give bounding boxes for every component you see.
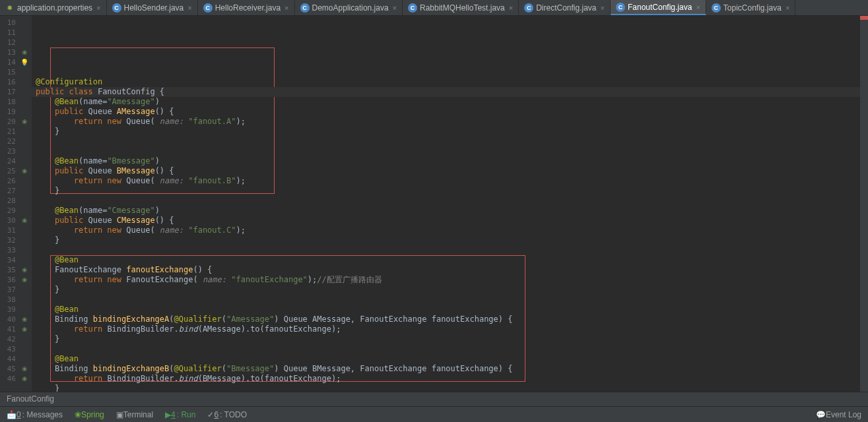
code-line[interactable]: return BindingBuilder.bind(BMessage).to(… xyxy=(32,374,868,384)
code-line[interactable] xyxy=(32,57,868,67)
close-icon[interactable]: × xyxy=(393,4,397,12)
code-line[interactable]: @Configuration xyxy=(32,77,868,87)
spring-bean-icon[interactable]: ❀ xyxy=(20,47,29,57)
code-line[interactable]: } xyxy=(32,285,868,295)
tab-DemoApplication-java[interactable]: CDemoApplication.java× xyxy=(295,0,403,15)
spring-button[interactable]: ❀ Spring xyxy=(75,410,104,419)
code-line[interactable] xyxy=(32,245,868,255)
code-line[interactable]: Binding bindingExchangeA(@Qualifier("Ame… xyxy=(32,315,868,324)
spring-bean-icon[interactable]: ❀ xyxy=(20,324,29,334)
code-line[interactable]: @Bean(name="Amessage") xyxy=(32,97,868,107)
editor-tabs: ❃application.properties×CHelloSender.jav… xyxy=(0,0,868,16)
code-line[interactable]: public Queue AMessage() { xyxy=(32,107,868,117)
editor-area: 1011121314151617181920212223242526272829… xyxy=(0,16,868,392)
tab-RabbitMQHelloTest-java[interactable]: CRabbitMQHelloTest.java× xyxy=(403,0,519,15)
code-line[interactable]: } xyxy=(32,127,868,136)
tab-TopicConfig-java[interactable]: CTopicConfig.java× xyxy=(706,0,796,15)
code-line[interactable] xyxy=(32,136,868,146)
tab-label: HelloReceiver.java xyxy=(215,3,281,13)
code-line[interactable]: FanoutExchange fanoutExchange() { xyxy=(32,265,868,275)
close-icon[interactable]: × xyxy=(601,4,605,12)
code-line[interactable]: return new FanoutExchange( name: "fanout… xyxy=(32,275,868,285)
tab-label: RabbitMQHelloTest.java xyxy=(420,3,505,13)
code-line[interactable]: } xyxy=(32,235,868,245)
code-line[interactable]: @Bean xyxy=(32,354,868,364)
vertical-scrollbar[interactable] xyxy=(860,16,868,392)
java-class-icon: C xyxy=(112,3,121,13)
tab-DirectConfig-java[interactable]: CDirectConfig.java× xyxy=(519,0,611,15)
code-line[interactable]: return new Queue( name: "fanout.C"); xyxy=(32,226,868,235)
terminal-button[interactable]: ▣ Terminal xyxy=(116,410,153,419)
intention-bulb-icon[interactable]: 💡 xyxy=(20,57,29,67)
code-line[interactable] xyxy=(32,295,868,305)
tab-label: HelloSender.java xyxy=(124,3,184,13)
code-line[interactable]: @Bean(name="Bmessage") xyxy=(32,156,868,166)
code-line[interactable] xyxy=(32,344,868,354)
code-line[interactable]: } xyxy=(32,334,868,344)
code-line[interactable]: return BindingBuilder.bind(AMessage).to(… xyxy=(32,324,868,334)
close-icon[interactable]: × xyxy=(785,4,789,12)
code-line[interactable]: @Bean xyxy=(32,305,868,315)
tab-FanoutConfig-java[interactable]: CFanoutConfig.java× xyxy=(611,0,706,15)
java-class-icon: C xyxy=(616,3,625,12)
eventlog-button[interactable]: 💬 Event Log xyxy=(816,410,861,419)
code-line[interactable] xyxy=(32,196,868,206)
gutter-icons: ❀❀❀❀❀❀❀❀❀❀❀💡 xyxy=(18,16,32,392)
spring-bean-icon[interactable]: ❀ xyxy=(20,166,29,175)
spring-bean-icon[interactable]: ❀ xyxy=(20,265,29,274)
code-line[interactable]: } xyxy=(32,186,868,196)
java-class-icon: C xyxy=(524,3,533,13)
spring-bean-icon[interactable]: ❀ xyxy=(20,315,29,324)
code-line[interactable] xyxy=(32,67,868,77)
java-class-icon: C xyxy=(408,3,417,13)
tab-application-properties[interactable]: ❃application.properties× xyxy=(0,0,107,15)
java-class-icon: C xyxy=(712,3,721,13)
spring-bean-icon[interactable]: ❀ xyxy=(20,117,29,126)
spring-bean-icon[interactable]: ❀ xyxy=(20,216,29,225)
error-stripe xyxy=(860,16,868,20)
code-line[interactable]: return new Queue( name: "fanout.A"); xyxy=(32,117,868,127)
breadcrumb[interactable]: FanoutConfig xyxy=(0,392,868,406)
spring-bean-icon[interactable]: ❀ xyxy=(20,275,29,284)
code-line[interactable]: Binding bindingExchangeB(@Qualifier("Bme… xyxy=(32,364,868,374)
code-line[interactable]: public Queue BMessage() { xyxy=(32,166,868,176)
status-bar: 📩 0: Messages ❀ Spring ▣ Terminal ▶ 4: R… xyxy=(0,406,868,422)
messages-button[interactable]: 📩 0: Messages xyxy=(7,410,63,419)
close-icon[interactable]: × xyxy=(284,4,288,12)
spring-bean-icon[interactable]: ❀ xyxy=(20,364,29,373)
properties-icon: ❃ xyxy=(5,3,15,13)
tab-label: FanoutConfig.java xyxy=(628,3,692,12)
code-line[interactable]: @Bean(name="Cmessage") xyxy=(32,206,868,216)
close-icon[interactable]: × xyxy=(696,3,700,11)
java-class-icon: C xyxy=(300,3,310,13)
tab-HelloReceiver-java[interactable]: CHelloReceiver.java× xyxy=(198,0,295,15)
code-line[interactable]: @Bean xyxy=(32,255,868,265)
code-line[interactable] xyxy=(32,146,868,156)
code-line[interactable]: public class FanoutConfig { xyxy=(32,87,868,97)
close-icon[interactable]: × xyxy=(509,4,513,12)
run-button[interactable]: ▶ 4: Run xyxy=(165,410,195,419)
tab-label: TopicConfig.java xyxy=(723,3,782,13)
tab-HelloSender-java[interactable]: CHelloSender.java× xyxy=(107,0,198,15)
tab-label: DemoApplication.java xyxy=(312,3,389,13)
todo-button[interactable]: ✓ 6: TODO xyxy=(207,410,247,419)
code-line[interactable]: } xyxy=(32,384,868,392)
java-class-icon: C xyxy=(203,3,213,13)
code-line[interactable]: return new Queue( name: "fanout.B"); xyxy=(32,176,868,186)
line-numbers: 1011121314151617181920212223242526272829… xyxy=(0,16,18,392)
tab-label: DirectConfig.java xyxy=(536,3,596,13)
code-content[interactable]: @Configurationpublic class FanoutConfig … xyxy=(32,16,868,392)
code-line[interactable]: public Queue CMessage() { xyxy=(32,216,868,226)
close-icon[interactable]: × xyxy=(187,4,191,12)
tab-label: application.properties xyxy=(17,3,92,13)
close-icon[interactable]: × xyxy=(96,4,100,12)
spring-bean-icon[interactable]: ❀ xyxy=(20,374,29,383)
